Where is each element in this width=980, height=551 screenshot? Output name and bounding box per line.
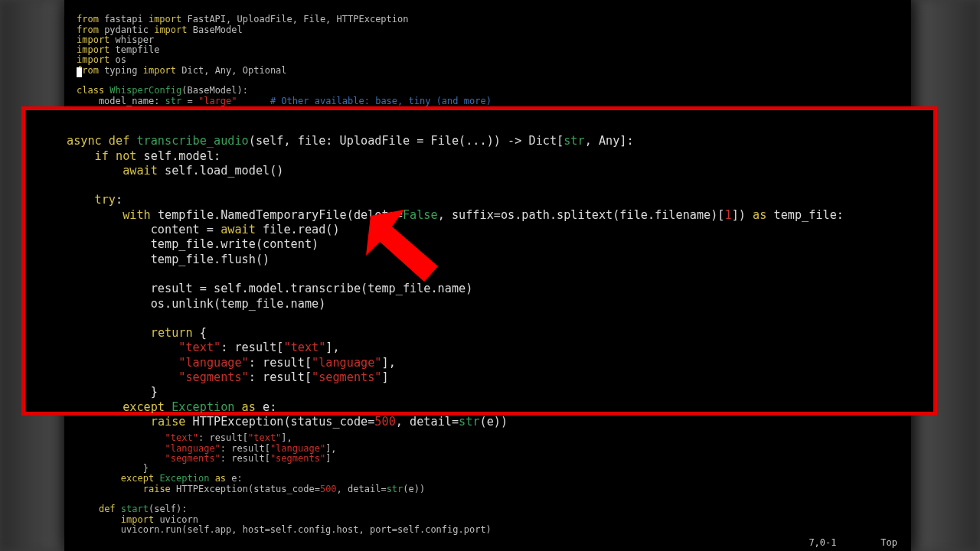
highlighted-code: async def transcribe_audio(self, file: U… <box>67 119 844 445</box>
code-highlight-overlay: async def transcribe_audio(self, file: U… <box>21 106 937 416</box>
vim-status-bar: 7,0-1 Top <box>808 537 897 548</box>
text-cursor <box>77 67 82 77</box>
